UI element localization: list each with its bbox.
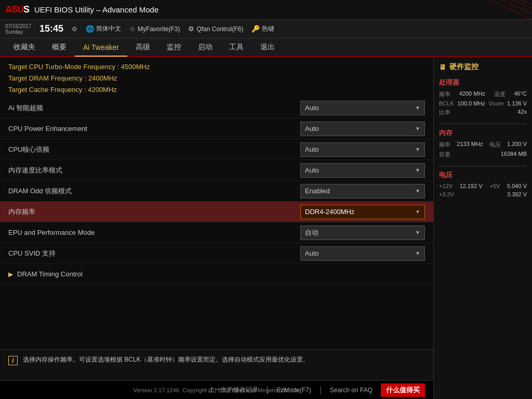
setting-ai-oc-control[interactable]: Auto ▼: [300, 101, 425, 115]
nav-item-overview[interactable]: 概要: [44, 38, 75, 56]
chevron-down-icon: ▼: [415, 250, 420, 256]
target-dram-freq: Target DRAM Frequency : 2400MHz: [8, 73, 425, 84]
asus-logo: ASUS: [5, 4, 29, 15]
epu-value: 自动: [305, 228, 318, 237]
search-faq-button[interactable]: Search on FAQ: [330, 387, 373, 394]
day-display: Sunday: [5, 29, 31, 35]
setting-ai-oc-label: Ai 智能超频: [8, 103, 300, 113]
sidebar-ratio-val: 42x: [517, 109, 527, 116]
setting-dram-odd-label: DRAM Odd 倍频模式: [8, 187, 300, 196]
sidebar-section-mem: 内存 频率 2133 MHz 电压 1.200 V 容量 16384 MB: [439, 128, 527, 158]
setting-cpu-power[interactable]: CPU Power Enhancement Auto ▼: [0, 118, 433, 139]
setting-mem-speed-label: 内存速度比率模式: [8, 166, 300, 175]
sidebar-divider-2: [439, 166, 527, 166]
sidebar-bclk-key: BCLK: [439, 100, 454, 107]
myfav-label: MyFavorite(F3): [138, 25, 180, 33]
nav-item-favorites[interactable]: 收藏夹: [5, 38, 44, 56]
ai-oc-value: Auto: [305, 104, 319, 112]
sidebar-mem-title: 内存: [439, 128, 527, 138]
key-icon: 🔑: [251, 25, 260, 33]
myfav-button[interactable]: ☆ MyFavorite(F3): [129, 25, 180, 33]
setting-mem-freq[interactable]: 内存频率 DDR4-2400MHz ▼: [0, 202, 433, 222]
qfan-label: Qfan Control(F6): [196, 25, 243, 33]
chevron-down-icon: ▼: [415, 167, 420, 173]
cpu-ratio-dropdown[interactable]: Auto ▼: [300, 142, 425, 157]
setting-epu[interactable]: EPU and Performance Mode 自动 ▼: [0, 222, 433, 243]
whatsmatter-button[interactable]: 什么值得买: [381, 383, 425, 397]
lang-button[interactable]: 🌐 简体中文: [86, 24, 121, 33]
main-layout: Target CPU Turbo-Mode Frequency : 4500MH…: [0, 57, 532, 399]
sidebar-cpu-title: 处理器: [439, 78, 527, 87]
sidebar-cpu-bclk-row: BCLK 100.0 MHz Vcore 1.136 V: [439, 100, 527, 107]
sidebar-title: 🖥 硬件监控: [439, 62, 527, 72]
setting-ai-oc[interactable]: Ai 智能超频 Auto ▼: [0, 98, 433, 118]
nav-item-advanced[interactable]: 高级: [127, 38, 158, 56]
globe-icon: 🌐: [86, 25, 94, 33]
qfan-button[interactable]: ⚙ Qfan Control(F6): [188, 25, 243, 33]
target-cache-freq: Target Cache Frequency : 4200MHz: [8, 84, 425, 96]
cpu-power-value: Auto: [305, 125, 319, 132]
sidebar-section-volt: 电压 +12V 12.192 V +5V 5.040 V +3.3V 3.392…: [439, 170, 527, 197]
setting-cpu-svid-control[interactable]: Auto ▼: [300, 246, 425, 261]
sidebar-title-text: 硬件监控: [449, 62, 478, 72]
setting-cpu-svid[interactable]: CPU SVID 支持 Auto ▼: [0, 243, 433, 264]
nav-item-exit[interactable]: 退出: [252, 38, 283, 56]
setting-mem-speed[interactable]: 内存速度比率模式 Auto ▼: [0, 160, 433, 181]
setting-cpu-power-control[interactable]: Auto ▼: [300, 122, 425, 136]
header: ASUS UEFI BIOS Utility – Advanced Mode: [0, 0, 532, 20]
deco-lines: [428, 0, 532, 20]
target-cpu-freq: Target CPU Turbo-Mode Frequency : 4500MH…: [8, 61, 425, 73]
setting-mem-speed-control[interactable]: Auto ▼: [300, 163, 425, 178]
sidebar-volt-12v-row: +12V 12.192 V +5V 5.040 V: [439, 183, 527, 189]
star-icon: ☆: [129, 25, 136, 33]
time-display: 15:45: [39, 23, 63, 34]
sidebar-mem-freq-val: 2133 MHz: [457, 141, 483, 149]
cpu-svid-dropdown[interactable]: Auto ▼: [300, 246, 425, 261]
cpu-ratio-value: Auto: [305, 145, 319, 153]
settings-list: Ai 智能超频 Auto ▼ CPU Power Enhancement Aut…: [0, 98, 433, 349]
sidebar-section-cpu: 处理器 频率 4200 MHz 温度 46°C BCLK 100.0 MHz V…: [439, 78, 527, 116]
setting-epu-label: EPU and Performance Mode: [8, 229, 300, 236]
setting-epu-control[interactable]: 自动 ▼: [300, 225, 425, 240]
sidebar-cpu-ratio-row: 比率 42x: [439, 109, 527, 116]
sidebar-5v-key: +5V: [489, 183, 500, 189]
setting-cpu-ratio-control[interactable]: Auto ▼: [300, 142, 425, 157]
epu-dropdown[interactable]: 自动 ▼: [300, 225, 425, 240]
sidebar-vcore-val: 1.136 V: [507, 100, 527, 107]
sidebar-cpu-temp-key: 温度: [494, 90, 506, 98]
nav-item-tools[interactable]: 工具: [221, 38, 252, 56]
setting-cpu-ratio[interactable]: CPU核心倍频 Auto ▼: [0, 139, 433, 160]
dram-odd-dropdown[interactable]: Enabled ▼: [300, 184, 425, 198]
nav-item-boot[interactable]: 启动: [190, 38, 221, 56]
hotkey-button[interactable]: 🔑 热键: [251, 24, 274, 33]
chevron-down-icon: ▼: [415, 209, 420, 215]
mem-speed-value: Auto: [305, 166, 319, 174]
gear-icon[interactable]: ⚙: [72, 25, 77, 33]
setting-mem-freq-control[interactable]: DDR4-2400MHz ▼: [300, 205, 425, 219]
chevron-down-icon: ▼: [415, 230, 420, 235]
nav-item-monitor[interactable]: 监控: [158, 38, 190, 56]
nav-item-ai-tweaker[interactable]: Ai Tweaker: [75, 39, 127, 57]
sidebar-cpu-freq-row: 频率 4200 MHz 温度 46°C: [439, 90, 527, 98]
datetime: 07/16/2017 Sunday: [5, 23, 31, 35]
mem-speed-dropdown[interactable]: Auto ▼: [300, 163, 425, 178]
sidebar-33v-val: 3.392 V: [507, 191, 527, 197]
dram-timing-control-submenu[interactable]: ▶ DRAM Timing Control: [0, 264, 433, 285]
sidebar-mem-cap-val: 16384 MB: [501, 151, 527, 158]
sidebar-vcore-key: Vcore: [489, 100, 504, 107]
chevron-down-icon: ▼: [415, 147, 420, 152]
ai-oc-dropdown[interactable]: Auto ▼: [300, 101, 425, 115]
nav-bar: 收藏夹 概要 Ai Tweaker 高级 监控 启动 工具 退出: [0, 38, 532, 57]
sidebar-mem-cap-key: 容量: [439, 151, 450, 158]
cpu-power-dropdown[interactable]: Auto ▼: [300, 122, 425, 136]
setting-dram-odd[interactable]: DRAM Odd 倍频模式 Enabled ▼: [0, 181, 433, 202]
mem-freq-dropdown[interactable]: DDR4-2400MHz ▼: [300, 205, 425, 219]
chevron-down-icon: ▼: [415, 126, 420, 131]
sidebar-mem-volt-key: 电压: [489, 141, 501, 149]
setting-dram-odd-control[interactable]: Enabled ▼: [300, 184, 425, 198]
sidebar-divider-1: [439, 124, 527, 124]
mem-freq-value: DDR4-2400MHz: [305, 208, 354, 216]
fan-icon: ⚙: [188, 25, 194, 33]
sidebar-12v-val: 12.192 V: [460, 183, 483, 189]
sidebar-12v-key: +12V: [439, 183, 453, 189]
